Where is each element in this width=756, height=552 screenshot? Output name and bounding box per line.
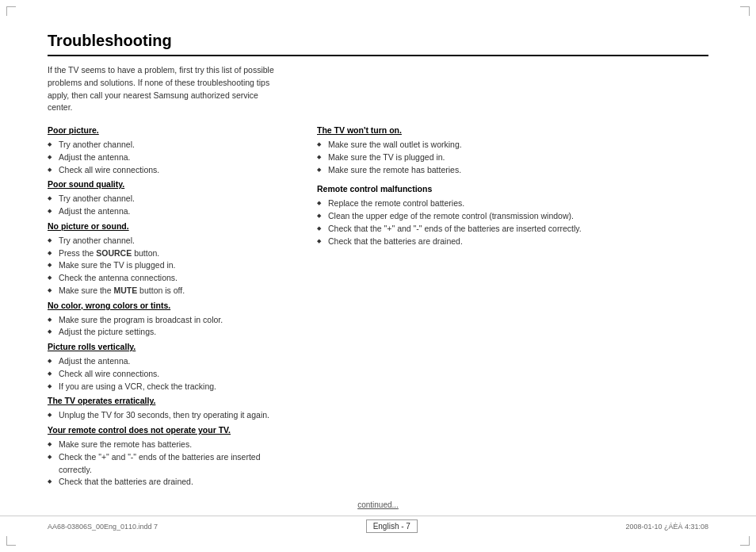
date-text: 2008-01-10 ¿ÁÈÀ 4:31:08 <box>625 523 708 531</box>
section-title-remote-no-operate: Your remote control does not operate you… <box>48 425 285 435</box>
list-item: Check the antenna connections. <box>48 272 285 285</box>
bullet-list-no-color: Make sure the program is broadcast in co… <box>48 314 285 339</box>
bullet-list-picture-rolls: Adjust the antenna. Check all wire conne… <box>48 355 285 393</box>
section-title-tv-operates: The TV operates erratically. <box>48 396 285 405</box>
page-container: Troubleshooting If the TV seems to have … <box>0 0 756 552</box>
list-item: Make sure the program is broadcast in co… <box>48 314 285 327</box>
list-item: Make sure the TV is plugged in. <box>317 151 708 164</box>
corner-mark-bl <box>6 536 16 546</box>
list-item: Adjust the picture settings. <box>48 326 285 339</box>
page-number-label: English - 7 <box>373 522 410 531</box>
list-item: Make sure the remote has batteries. <box>48 439 285 451</box>
section-no-color: No color, wrong colors or tints. Make su… <box>48 301 285 339</box>
list-item: Check all wire connections. <box>48 164 285 177</box>
corner-mark-tl <box>6 6 16 16</box>
bullet-list-tv-wont-turn-on: Make sure the wall outlet is working. Ma… <box>317 139 708 176</box>
bullet-list-remote-no-operate: Make sure the remote has batteries. Chec… <box>48 439 285 489</box>
section-poor-picture: Poor picture. Try another channel. Adjus… <box>48 125 285 176</box>
list-item: Replace the remote control batteries. <box>317 197 708 210</box>
bullet-list-tv-operates: Unplug the TV for 30 seconds, then try o… <box>48 409 285 422</box>
section-no-picture-sound: No picture or sound. Try another channel… <box>48 221 285 297</box>
page-title: Troubleshooting <box>48 32 708 56</box>
section-tv-wont-turn-on: The TV won't turn on. Make sure the wall… <box>317 125 708 176</box>
section-remote-malfunctions: Remote control malfunctions Replace the … <box>317 184 708 247</box>
section-title-tv-wont-turn-on: The TV won't turn on. <box>317 125 708 135</box>
list-item: Adjust the antenna. <box>48 151 285 164</box>
list-item: Make sure the TV is plugged in. <box>48 259 285 272</box>
section-title-no-picture: No picture or sound. <box>48 221 285 231</box>
list-item: Press the SOURCE button. <box>48 247 285 260</box>
continued-text: continued... <box>357 500 399 509</box>
list-item: Adjust the antenna. <box>48 355 285 368</box>
list-item: Check that the "+" and "-" ends of the b… <box>317 223 708 236</box>
section-tv-operates: The TV operates erratically. Unplug the … <box>48 396 285 422</box>
section-title-poor-sound: Poor sound quality. <box>48 179 285 189</box>
corner-mark-tr <box>740 6 750 16</box>
list-item: Check the "+" and "-" ends of the batter… <box>48 451 285 477</box>
page-number-box: English - 7 <box>366 519 418 533</box>
list-item: Check that the batteries are drained. <box>317 236 708 248</box>
left-column: Poor picture. Try another channel. Adjus… <box>48 125 285 492</box>
section-picture-rolls: Picture rolls vertically. Adjust the ant… <box>48 342 285 393</box>
section-title-no-color: No color, wrong colors or tints. <box>48 301 285 310</box>
list-item: Clean the upper edge of the remote contr… <box>317 210 708 223</box>
section-title-remote-malfunctions: Remote control malfunctions <box>317 184 708 194</box>
list-item: Unplug the TV for 30 seconds, then try o… <box>48 409 285 422</box>
list-item: Adjust the antenna. <box>48 205 285 218</box>
bottom-bar: AA68-03806S_00Eng_0110.indd 7 English - … <box>0 516 756 536</box>
list-item: Check all wire connections. <box>48 368 285 381</box>
list-item: Try another channel. <box>48 193 285 205</box>
section-remote-no-operate: Your remote control does not operate you… <box>48 425 285 489</box>
section-title-picture-rolls: Picture rolls vertically. <box>48 342 285 351</box>
bullet-list-poor-sound: Try another channel. Adjust the antenna. <box>48 193 285 218</box>
bold-mute: MUTE <box>113 286 137 295</box>
bold-source: SOURCE <box>96 248 132 258</box>
list-item: Check that the batteries are drained. <box>48 476 285 489</box>
bullet-list-remote-malfunctions: Replace the remote control batteries. Cl… <box>317 197 708 247</box>
corner-mark-br <box>740 536 750 546</box>
section-title-poor-picture: Poor picture. <box>48 125 285 135</box>
intro-text: If the TV seems to have a problem, first… <box>48 64 285 114</box>
list-item: Try another channel. <box>48 235 285 247</box>
bullet-list-poor-picture: Try another channel. Adjust the antenna.… <box>48 139 285 176</box>
content-area: Troubleshooting If the TV seems to have … <box>0 0 756 516</box>
right-column: The TV won't turn on. Make sure the wall… <box>317 125 708 492</box>
list-item: Try another channel. <box>48 139 285 151</box>
list-item: Make sure the MUTE button is off. <box>48 285 285 297</box>
list-item: If you are using a VCR, check the tracki… <box>48 381 285 393</box>
footer-area: continued... AA68-03806S_00Eng_0110.indd… <box>0 500 756 536</box>
list-item: Make sure the remote has batteries. <box>317 164 708 177</box>
two-column-layout: Poor picture. Try another channel. Adjus… <box>48 125 708 492</box>
filename-text: AA68-03806S_00Eng_0110.indd 7 <box>48 523 158 531</box>
list-item: Make sure the wall outlet is working. <box>317 139 708 151</box>
bullet-list-no-picture: Try another channel. Press the SOURCE bu… <box>48 235 285 297</box>
section-poor-sound: Poor sound quality. Try another channel.… <box>48 179 285 218</box>
